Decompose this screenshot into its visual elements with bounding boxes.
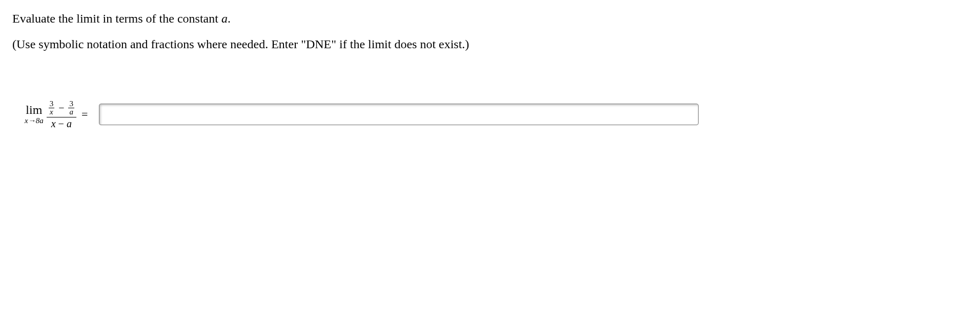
prompt-line-1: Evaluate the limit in terms of the const…	[12, 10, 968, 27]
den-a: a	[67, 118, 72, 129]
small-frac2-den: a	[68, 108, 74, 116]
den-minus: −	[56, 118, 67, 129]
equals-sign: =	[79, 108, 90, 121]
prompt-line-2: (Use symbolic notation and fractions whe…	[12, 36, 968, 52]
main-fraction-denominator: x − a	[49, 117, 74, 130]
limit-expression: lim x→8a 3 x − 3 a	[25, 99, 90, 130]
den-x: x	[51, 118, 56, 129]
main-fraction: 3 x − 3 a x − a	[47, 99, 76, 130]
small-fraction-1: 3 x	[49, 100, 55, 116]
small-frac1-den: x	[49, 108, 54, 116]
main-fraction-numerator: 3 x − 3 a	[47, 99, 76, 117]
prompt-constant-a: a	[221, 12, 228, 25]
lim-sub-x: x	[25, 116, 28, 125]
small-frac2-num: 3	[68, 100, 74, 108]
answer-row: lim x→8a 3 x − 3 a	[12, 99, 968, 130]
numerator-minus: −	[57, 103, 65, 113]
lim-label: lim	[26, 104, 42, 116]
answer-input[interactable]	[99, 104, 699, 125]
lim-sub-target: 8a	[36, 116, 44, 125]
limit-operator: lim x→8a	[25, 104, 44, 125]
prompt-text-1b: .	[228, 12, 231, 25]
small-frac1-num: 3	[49, 100, 55, 108]
lim-subscript: x→8a	[25, 116, 44, 125]
prompt-text-1a: Evaluate the limit in terms of the const…	[12, 12, 221, 25]
small-fraction-2: 3 a	[68, 100, 74, 116]
lim-sub-arrow: →	[28, 116, 36, 125]
prompt-text-2: (Use symbolic notation and fractions whe…	[12, 37, 469, 51]
